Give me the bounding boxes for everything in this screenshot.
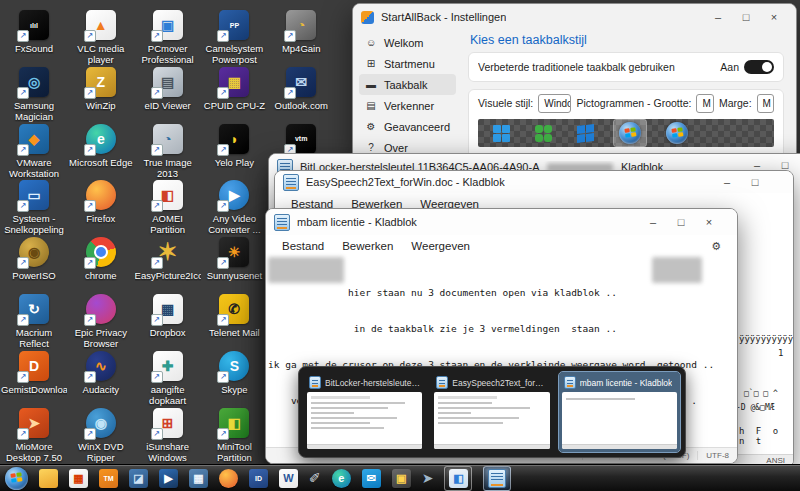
desktop-icon-miomore-desktop-7-50[interactable]: ➤↗MioMore Desktop 7.50 — [1, 408, 67, 463]
desktop-icon-chrome[interactable]: ↗chrome — [68, 237, 134, 281]
taskbar-sab-settings[interactable]: ◧ — [444, 466, 472, 491]
desktop-icon-fxsound[interactable]: ılıl↗FxSound — [1, 10, 67, 54]
maximize-icon[interactable]: □ — [667, 216, 695, 228]
desktop-icon-winx-dvd-ripper-platinum[interactable]: ◉↗WinX DVD Ripper Platinum — [68, 408, 134, 464]
close-icon[interactable]: × — [695, 216, 723, 228]
preview-easyspeech[interactable]: EasySpeech2Text_forWin.doc - ... — [431, 372, 552, 452]
taskbar-pen-icon: ✐ — [309, 470, 321, 486]
maximize-icon[interactable]: □ — [732, 11, 760, 23]
settings-gear-icon[interactable]: ⚙ — [703, 238, 729, 255]
icon-size-label: Pictogrammen - Grootte: — [576, 97, 691, 109]
sidebar-item-taakbalk[interactable]: ▬Taakbalk — [359, 74, 456, 95]
desktop-icon-poweriso[interactable]: ◉↗PowerISO — [1, 237, 67, 281]
true-image-2013-icon: ◔↗ — [153, 124, 183, 154]
desktop-icon-label: EasyPicture2Icon — [135, 270, 201, 281]
minimize-icon[interactable]: – — [704, 11, 732, 23]
start-orb-style-strip[interactable] — [478, 119, 774, 147]
garbled-text: 1 — [778, 348, 783, 358]
desktop-icon-dropbox[interactable]: ▦↗Dropbox — [135, 294, 201, 338]
menu-weergeven[interactable]: Weergeven — [403, 238, 478, 254]
orb-style-option-win10-2[interactable] — [572, 123, 599, 144]
maximize-icon[interactable]: □ — [741, 176, 769, 188]
taskbar-pen[interactable]: ✐ — [309, 470, 321, 486]
minimize-icon[interactable]: – — [713, 176, 741, 188]
preview-thumbnail[interactable] — [434, 392, 549, 449]
desktop-icon-pcmover-professional[interactable]: ▣↗PCmover Professional — [135, 10, 201, 65]
notepad-icon — [564, 376, 576, 389]
desktop-icon-yelo-play[interactable]: ◗↗Yelo Play — [201, 124, 267, 168]
mbam-menubar: Bestand Bewerken Weergeven ⚙ — [266, 235, 737, 257]
preview-thumbnail[interactable] — [307, 392, 422, 449]
taskbar-app-window[interactable]: ▣ — [392, 469, 411, 488]
orb-style-option-clover-1[interactable] — [530, 123, 557, 144]
margin-select[interactable]: M▾ — [757, 94, 774, 113]
visual-style-select[interactable]: Windows 7▾ — [538, 94, 571, 113]
shortcut-arrow-icon: ↗ — [151, 87, 163, 99]
desktop-icon-gemistdownloader[interactable]: D↗GemistDownloader — [1, 351, 67, 395]
sidebar-item-welkom[interactable]: ☺Welkom — [359, 32, 456, 53]
sidebar-item-geavanceerd[interactable]: ⚙Geavanceerd — [359, 116, 456, 137]
desktop-icon-mp4gain[interactable]: ◔↗Mp4Gain — [268, 10, 334, 54]
desktop-icon-aomei-partition-assistant-pro-editi[interactable]: ◧↗AOMEI Partition Assistant Pro Editi... — [135, 180, 201, 236]
desktop-icon-aangifte-dopkaart[interactable]: ✚↗aangifte dopkaart — [135, 351, 201, 406]
taskbar-explorer[interactable] — [39, 469, 58, 488]
start-button[interactable] — [5, 467, 28, 490]
desktop-icon-label: MiniTool Partition Wizard — [201, 441, 267, 464]
taskbar-eid[interactable]: ID — [249, 469, 268, 488]
desktop-icon-microsoft-edge[interactable]: e↗Microsoft Edge — [68, 124, 134, 168]
orb-style-option-win11-0[interactable] — [488, 123, 515, 144]
desktop-icon-true-image-2013[interactable]: ◔↗True Image 2013 — [135, 124, 201, 179]
mbam-titlebar[interactable]: mbam licentie - Kladblok – □ × — [266, 209, 737, 235]
desktop-icon-minitool-partition-wizard[interactable]: ◧↗MiniTool Partition Wizard — [201, 408, 267, 464]
menu-bestand[interactable]: Bestand — [274, 238, 332, 254]
taskbar-media-player[interactable]: ▶ — [159, 469, 178, 488]
taskbar-photos[interactable]: ◪ — [129, 469, 148, 488]
preview-bitlocker[interactable]: BitLocker-herstelsleutel 11B364... — [304, 372, 425, 452]
desktop-icon-systeem-snelkoppeling[interactable]: ▭↗Systeem - Snelkoppeling — [1, 180, 67, 235]
desktop-icon-vlc-media-player[interactable]: ▲↗VLC media player — [68, 10, 134, 65]
taskbar-edge[interactable]: e — [332, 469, 351, 488]
desktop-icon-audacity[interactable]: ∿↗Audacity — [68, 351, 134, 395]
desktop-icon-easypicture2icon[interactable]: ✶↗EasyPicture2Icon — [135, 237, 201, 281]
desktop-icon-isunshare-windows-password-genius[interactable]: ⊞↗iSunshare Windows Password Genius ... — [135, 408, 201, 464]
any-video-converter-icon: ▶↗ — [219, 180, 249, 210]
sidebar-item-verkenner[interactable]: ▤Verkenner — [359, 95, 456, 116]
easyspeech-titlebar[interactable]: EasySpeech2Text_forWin.doc - Kladblok – … — [275, 171, 793, 193]
taskbar-store[interactable]: ▦ — [69, 469, 88, 488]
desktop-icon-outlook-com[interactable]: ✉↗Outlook.com — [268, 67, 334, 111]
desktop-icon-sunnyusenet[interactable]: ☀↗Sunnyusenet — [201, 237, 267, 281]
close-icon[interactable]: × — [760, 11, 788, 23]
orb-style-option-orb-4[interactable] — [661, 120, 693, 146]
desktop-icon-label: WinZip — [68, 100, 134, 111]
desktop-icon-epic-privacy-browser[interactable]: ↗Epic Privacy Browser — [68, 294, 134, 349]
taskbar-startallback[interactable]: ➤ — [422, 470, 434, 486]
desktop-icon-skype[interactable]: S↗Skype — [201, 351, 267, 395]
taskbar-calculator[interactable]: ▦ — [189, 469, 208, 488]
desktop-icon-telenet-mail[interactable]: ✆↗Telenet Mail — [201, 294, 267, 338]
taskbar-notepad[interactable] — [483, 466, 511, 491]
icon-size-select[interactable]: M▾ — [696, 94, 713, 113]
desktop-icon-cpuid-cpu-z[interactable]: ▦↗CPUID CPU-Z — [201, 67, 267, 111]
minimize-icon[interactable]: – — [639, 216, 667, 228]
preview-mbam[interactable]: mbam licentie - Kladblok — [559, 372, 680, 452]
desktop-icon-vmware-workstation-pro[interactable]: ◆↗VMware Workstation Pro — [1, 124, 67, 180]
desktop-icon-eid-viewer[interactable]: ▤↗eID Viewer — [135, 67, 201, 111]
taskbar-firefox[interactable] — [219, 469, 238, 488]
desktop-icon-firefox[interactable]: ↗Firefox — [68, 180, 134, 224]
sidebar-item-startmenu[interactable]: ⊞Startmenu — [359, 53, 456, 74]
desktop-icon-label: Camelsystem Powerpost — [201, 43, 267, 65]
taskbar-true-image[interactable]: TM — [99, 469, 118, 488]
shortcut-arrow-icon: ↗ — [284, 30, 296, 42]
desktop-icon-any-video-converter[interactable]: ▶↗Any Video Converter ... — [201, 180, 267, 235]
desktop-icon-camelsystem-powerpost[interactable]: PP↗Camelsystem Powerpost — [201, 10, 267, 65]
startallback-titlebar[interactable]: StartAllBack - Instellingen – □ × — [353, 4, 796, 30]
desktop-icon-macrium-reflect[interactable]: ↻↗Macrium Reflect — [1, 294, 67, 349]
menu-bewerken[interactable]: Bewerken — [334, 238, 401, 254]
taskbar-word[interactable]: W — [279, 469, 298, 488]
desktop-icon-winzip[interactable]: Z↗WinZip — [68, 67, 134, 111]
taskbar-mail[interactable]: ✉ — [362, 469, 381, 488]
orb-style-option-orb-3[interactable] — [614, 120, 646, 146]
desktop-icon-samsung-magician[interactable]: ◎↗Samsung Magician — [1, 67, 67, 122]
preview-thumbnail[interactable] — [562, 392, 677, 449]
traditional-taskbar-toggle[interactable] — [744, 60, 774, 74]
